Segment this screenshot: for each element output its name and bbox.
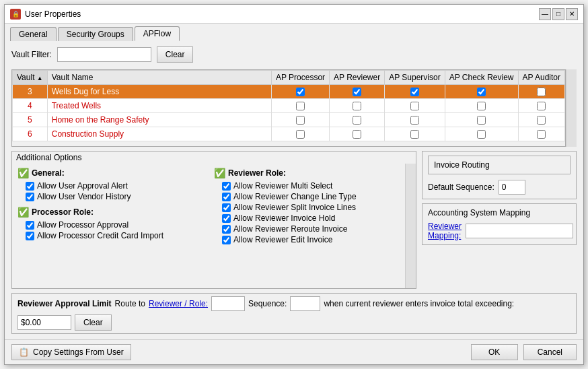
table-row[interactable]: 3 Wells Dug for Less [13, 85, 565, 99]
cell-ap-check-review[interactable] [445, 99, 518, 113]
allow-user-approval-alert-label: Allow User Approval Alert [37, 181, 128, 191]
vault-filter-input[interactable] [57, 47, 151, 62]
allow-reviewer-change-line-type-checkbox[interactable] [222, 193, 231, 201]
title-bar-left: 🔒 User Properties [10, 9, 81, 20]
allow-reviewer-multi-select-label: Allow Reviewer Multi Select [233, 181, 332, 191]
cell-vault-name: Home on the Range Safety [47, 113, 271, 127]
general-group: ✅ General: Allow User Approval Alert All [17, 168, 203, 201]
cell-vault-id: 3 [13, 85, 48, 99]
allow-reviewer-split-invoice-checkbox[interactable] [222, 203, 231, 212]
cell-ap-auditor[interactable] [518, 127, 564, 141]
table-scrollbar[interactable] [566, 69, 577, 147]
ok-button[interactable]: OK [471, 344, 518, 360]
tab-security-groups[interactable]: Security Groups [58, 27, 133, 41]
allow-reviewer-invoice-hold-checkbox[interactable] [222, 214, 231, 223]
close-button[interactable]: ✕ [566, 8, 578, 20]
default-sequence-input[interactable] [499, 180, 525, 195]
cell-ap-reviewer[interactable] [330, 99, 385, 113]
cell-ap-supervisor[interactable] [385, 113, 445, 127]
amount-input[interactable] [17, 315, 71, 330]
allow-user-vendor-history-checkbox[interactable] [26, 193, 34, 201]
cell-ap-processor[interactable] [271, 99, 329, 113]
options-content: ✅ General: Allow User Approval Alert All [12, 164, 405, 288]
processor-check-icon: ✅ [17, 207, 29, 217]
cancel-button[interactable]: Cancel [523, 344, 577, 360]
allow-user-vendor-history-label: Allow User Vendor History [37, 192, 131, 201]
general-group-title: ✅ General: [17, 168, 203, 178]
reviewer-mapping-input[interactable] [466, 224, 573, 238]
bottom-panels: Additional Options ✅ General: [11, 151, 577, 289]
cell-ap-supervisor[interactable] [385, 99, 445, 113]
sort-arrow: ▲ [37, 75, 43, 81]
allow-reviewer-invoice-hold-label: Allow Reviewer Invoice Hold [233, 213, 335, 223]
col-ap-check-review: AP Check Review [445, 71, 518, 85]
window-icon: 🔒 [10, 9, 21, 20]
copy-settings-label: Copy Settings From User [33, 347, 124, 357]
cell-ap-processor[interactable] [271, 113, 329, 127]
vault-filter-clear-button[interactable]: Clear [157, 46, 194, 63]
table-row[interactable]: 6 Construction Supply [13, 127, 565, 141]
allow-processor-credit-card-checkbox[interactable] [26, 232, 34, 240]
tab-apflow[interactable]: APFlow [135, 26, 180, 41]
cell-ap-supervisor[interactable] [385, 127, 445, 141]
cell-ap-check-review[interactable] [445, 127, 518, 141]
tab-general[interactable]: General [10, 27, 57, 41]
cell-ap-supervisor[interactable] [385, 85, 445, 99]
allow-processor-approval-checkbox[interactable] [26, 221, 34, 230]
options-layout: ✅ General: Allow User Approval Alert All [12, 164, 416, 288]
processor-role-group-title: ✅ Processor Role: [17, 207, 203, 217]
maximize-button[interactable]: □ [552, 8, 564, 20]
col-ap-auditor: AP Auditor [518, 71, 564, 85]
vault-table: Vault ▲ Vault Name AP Processor AP Revie… [12, 70, 565, 141]
reviewer-mapping-link[interactable]: Reviewer Mapping: [428, 222, 462, 240]
tab-bar: General Security Groups APFlow [5, 24, 583, 41]
reviewer-role-input[interactable] [211, 296, 245, 311]
reviewer-role-group-title: ✅ Reviewer Role: [214, 168, 400, 178]
cell-ap-processor[interactable] [271, 85, 329, 99]
accounting-mapping-panel: Accounting System Mapping Reviewer Mappi… [422, 203, 577, 245]
copy-icon: 📋 [19, 347, 29, 357]
option-item: Allow Reviewer Change Line Type [214, 192, 400, 201]
cell-ap-auditor[interactable] [518, 113, 564, 127]
cell-ap-check-review[interactable] [445, 113, 518, 127]
cell-ap-auditor[interactable] [518, 85, 564, 99]
cell-vault-id: 5 [13, 113, 48, 127]
table-row[interactable]: 5 Home on the Range Safety [13, 113, 565, 127]
allow-reviewer-reroute-checkbox[interactable] [222, 225, 231, 234]
general-title: General: [32, 168, 65, 178]
sequence-input[interactable] [290, 296, 320, 311]
reviewer-role-link[interactable]: Reviewer / Role: [149, 299, 208, 308]
table-row[interactable]: 4 Treated Wells [13, 99, 565, 113]
reviewer-clear-button[interactable]: Clear [75, 314, 112, 331]
options-scrollbar[interactable] [405, 164, 416, 288]
col-vault: Vault ▲ [13, 71, 48, 85]
cell-ap-check-review[interactable] [445, 85, 518, 99]
cell-ap-reviewer[interactable] [330, 127, 385, 141]
col-ap-supervisor: AP Supervisor [385, 71, 445, 85]
accounting-mapping-title: Accounting System Mapping [428, 208, 571, 217]
col-vault-name: Vault Name [47, 71, 271, 85]
cell-ap-auditor[interactable] [518, 99, 564, 113]
cell-ap-reviewer[interactable] [330, 113, 385, 127]
copy-settings-button[interactable]: 📋 Copy Settings From User [11, 344, 131, 360]
allow-processor-approval-label: Allow Processor Approval [37, 220, 128, 230]
minimize-button[interactable]: — [539, 8, 551, 20]
allow-reviewer-edit-invoice-checkbox[interactable] [222, 236, 231, 244]
processor-title: Processor Role: [32, 207, 94, 217]
cell-vault-id: 4 [13, 99, 48, 113]
default-sequence-row: Default Sequence: [428, 180, 571, 195]
allow-reviewer-split-invoice-label: Allow Reviewer Split Invoice Lines [233, 203, 356, 212]
cell-ap-processor[interactable] [271, 127, 329, 141]
allow-user-approval-alert-checkbox[interactable] [26, 182, 34, 191]
vault-filter-area: Vault Filter: Clear [11, 46, 577, 63]
main-content: Red = No access to vault Vault Filter: C… [5, 41, 583, 339]
col-ap-reviewer: AP Reviewer [330, 71, 385, 85]
filter-section: Red = No access to vault Vault Filter: C… [11, 46, 577, 65]
window-controls: — □ ✕ [539, 8, 578, 20]
option-item: Allow Processor Approval [17, 220, 203, 230]
allow-reviewer-multi-select-checkbox[interactable] [222, 182, 231, 191]
option-item: Allow User Approval Alert [17, 181, 203, 191]
cell-ap-reviewer[interactable] [330, 85, 385, 99]
allow-reviewer-change-line-type-label: Allow Reviewer Change Line Type [233, 192, 357, 201]
reviewer-approval-panel: Reviewer Approval Limit Route to Reviewe… [11, 293, 577, 334]
